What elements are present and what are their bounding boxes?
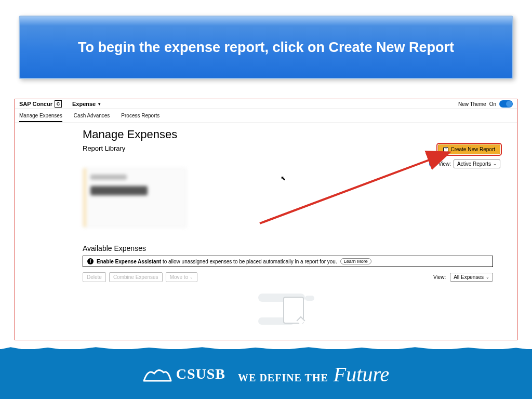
report-card-redacted[interactable]: [83, 168, 187, 228]
delete-button[interactable]: Delete: [83, 272, 106, 282]
expense-assistant-bar: i Enable Expense Assistant to allow unas…: [83, 256, 493, 267]
csusb-text: CSUSB: [176, 366, 225, 382]
footer: CSUSB WE DEFINE THE Future: [0, 349, 532, 399]
main-content: Manage Expenses Report Library + Create …: [15, 123, 517, 325]
tagline-script: Future: [334, 362, 389, 387]
expense-toolbar: Delete Combine Expenses Move to ⌄ View: …: [83, 272, 493, 282]
theme-toggle[interactable]: [499, 100, 513, 108]
theme-state: On: [489, 101, 496, 107]
page-title: Manage Expenses: [83, 128, 496, 141]
view-row-reports: ? View: Active Reports ⌄: [429, 159, 500, 168]
learn-more-button[interactable]: Learn More: [340, 258, 371, 264]
create-btn-label: Create New Report: [450, 147, 495, 152]
view-label-2: View:: [433, 274, 446, 280]
tab-label: Cash Advances: [74, 113, 110, 118]
brand-text: SAP Concur: [19, 101, 52, 107]
app-screenshot-frame: SAP Concur C Expense ▼ New Theme On Mana…: [15, 99, 517, 340]
tab-manage-expenses[interactable]: Manage Expenses: [19, 111, 62, 122]
move-to-label: Move to: [170, 274, 189, 280]
expense-menu[interactable]: Expense ▼: [72, 101, 101, 107]
tab-process-reports[interactable]: Process Reports: [121, 111, 159, 122]
section-available-expenses: Available Expenses: [83, 244, 496, 252]
move-to-button[interactable]: Move to ⌄: [166, 272, 198, 282]
assistant-text: Enable Expense Assistant to allow unassi…: [97, 259, 337, 264]
sub-nav: Manage Expenses Cash Advances Process Re…: [15, 109, 517, 123]
assistant-strong: Enable Expense Assistant: [97, 259, 161, 264]
brand: SAP Concur C: [19, 100, 62, 108]
create-new-report-button[interactable]: + Create New Report: [438, 144, 500, 154]
top-actions: + Create New Report ? View: Active Repor…: [429, 144, 500, 168]
caret-down-icon: ⌄: [190, 275, 193, 280]
view-select-expenses[interactable]: All Expenses ⌄: [450, 273, 493, 282]
app-header: SAP Concur C Expense ▼ New Theme On: [15, 99, 517, 109]
view-select-label: Active Reports: [457, 161, 491, 167]
info-icon: i: [87, 258, 94, 264]
instruction-banner: To begin the expense report, click on Cr…: [19, 16, 513, 79]
theme-label: New Theme: [458, 101, 486, 107]
tab-label: Manage Expenses: [19, 113, 62, 118]
mountain-icon: [143, 365, 172, 383]
plus-icon: +: [443, 147, 448, 152]
tagline-caps: WE DEFINE THE: [238, 372, 328, 384]
instruction-text: To begin the expense report, click on Cr…: [78, 39, 454, 56]
expense-menu-label: Expense: [72, 101, 96, 107]
view-label: View:: [438, 161, 451, 167]
theme-toggle-group: New Theme On: [458, 100, 513, 108]
assistant-rest: to allow unassigned expenses to be place…: [161, 259, 337, 264]
caret-down-icon: ▼: [97, 102, 101, 107]
csusb-logo: CSUSB: [143, 365, 225, 383]
caret-down-icon: ⌄: [493, 162, 497, 166]
view-select-reports[interactable]: Active Reports ⌄: [454, 159, 500, 168]
view-select-label-2: All Expenses: [454, 274, 484, 280]
empty-state-illustration: [258, 294, 321, 325]
combine-expenses-button[interactable]: Combine Expenses: [109, 272, 163, 282]
tab-label: Process Reports: [121, 113, 159, 118]
help-icon[interactable]: ?: [429, 161, 436, 167]
brand-badge-icon: C: [55, 100, 62, 108]
tagline: WE DEFINE THE Future: [238, 362, 389, 387]
caret-down-icon: ⌄: [486, 275, 489, 280]
tab-cash-advances[interactable]: Cash Advances: [74, 111, 110, 122]
